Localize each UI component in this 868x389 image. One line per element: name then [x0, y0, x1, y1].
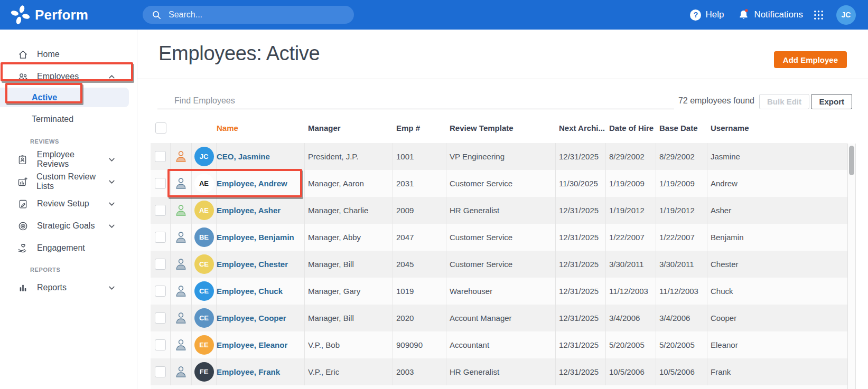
row-checkbox-cell	[151, 358, 171, 385]
sidebar-item-employees[interactable]: Employees	[0, 68, 137, 86]
column-header-username[interactable]: Username	[707, 124, 847, 132]
bulk-edit-button[interactable]: Bulk Edit	[759, 94, 809, 109]
username-cell: Cooper	[707, 305, 847, 331]
employee-name-link[interactable]: Employee, Eleanor	[217, 340, 287, 349]
review-template-cell: Warehouser	[446, 278, 556, 305]
date-of-hire-cell: 3/30/2011	[606, 251, 656, 278]
avatar-cell: CE	[192, 305, 217, 331]
next-archived-cell: 12/31/2025	[556, 251, 606, 278]
sidebar-item-label: Terminated	[32, 115, 73, 124]
person-icon	[174, 284, 188, 298]
review-template-cell: HR Generalist	[446, 358, 556, 385]
avatar: CE	[194, 254, 214, 274]
column-header-template[interactable]: Review Template	[446, 124, 556, 132]
emp-number-cell: 1001	[393, 143, 446, 170]
column-header-base-date[interactable]: Base Date	[656, 124, 707, 132]
row-checkbox[interactable]	[155, 232, 166, 243]
person-icon	[174, 365, 188, 379]
global-search-input[interactable]: Search...	[143, 6, 354, 24]
employee-name-link[interactable]: Employee, Cooper	[217, 314, 286, 322]
employee-name-link[interactable]: CEO, Jasmine	[217, 152, 270, 161]
table-row: AEEmployee, AndrewManager, Aaron2031Cust…	[151, 170, 847, 197]
sidebar-item-review-setup[interactable]: Review Setup	[0, 195, 137, 213]
row-checkbox[interactable]	[155, 312, 166, 324]
select-all-checkbox[interactable]	[155, 122, 166, 134]
column-header-emp[interactable]: Emp #	[393, 124, 446, 132]
perform-logo-icon	[11, 4, 30, 25]
row-checkbox-cell	[151, 224, 171, 251]
row-checkbox[interactable]	[155, 339, 166, 350]
sidebar-item-engagement[interactable]: Engagement	[0, 239, 137, 257]
sidebar-item-label: Strategic Goals	[37, 221, 95, 231]
sidebar-item-terminated[interactable]: Terminated	[0, 109, 137, 129]
manager-cell: Manager, Aaron	[305, 170, 393, 197]
row-checkbox[interactable]	[155, 178, 166, 189]
name-cell: Employee, Chuck	[217, 278, 305, 305]
employee-name-link[interactable]: Employee, Andrew	[217, 179, 287, 188]
person-icon	[174, 203, 188, 217]
next-archived-cell: 11/30/2025	[556, 170, 606, 197]
username-cell: Asher	[707, 197, 847, 224]
sidebar-item-home[interactable]: Home	[0, 45, 137, 63]
sidebar-item-reports[interactable]: Reports	[0, 279, 137, 297]
emp-number-cell: 2009	[393, 197, 446, 224]
employee-name-link[interactable]: Employee, Frank	[217, 367, 280, 376]
base-date-cell: 8/29/2002	[656, 143, 707, 170]
employee-name-link[interactable]: Employee, Chuck	[217, 287, 283, 296]
manager-cell: V.P., Eric	[305, 358, 393, 385]
employee-name-link[interactable]: Employee, Benjamin	[217, 233, 294, 242]
username-cell: Jasmine	[707, 143, 847, 170]
bell-icon	[738, 8, 750, 21]
brand: Perform	[11, 4, 135, 25]
date-of-hire-cell: 11/12/2003	[606, 278, 656, 305]
person-status-cell	[171, 331, 192, 358]
target-icon	[17, 221, 29, 232]
emp-number-cell: 2047	[393, 224, 446, 251]
scrollbar-thumb[interactable]	[849, 146, 854, 175]
row-checkbox[interactable]	[155, 366, 166, 377]
apps-grid-icon	[813, 9, 825, 21]
row-checkbox[interactable]	[155, 151, 166, 162]
sidebar-item-custom-review-lists[interactable]: Custom Review Lists	[0, 173, 137, 191]
column-header-next-archived[interactable]: Next Archi...	[556, 124, 606, 132]
table-scrollbar[interactable]	[847, 144, 856, 389]
column-header-date-of-hire[interactable]: Date of Hire	[606, 124, 656, 132]
badge-icon	[17, 154, 29, 165]
sidebar-item-employee-reviews[interactable]: Employee Reviews	[0, 150, 137, 168]
row-checkbox[interactable]	[155, 205, 166, 216]
apps-grid-button[interactable]	[813, 9, 825, 21]
employee-name-link[interactable]: Employee, Chester	[217, 260, 288, 269]
sidebar-item-strategic-goals[interactable]: Strategic Goals	[0, 217, 137, 235]
base-date-cell: 10/5/2006	[656, 358, 707, 385]
employee-name-link[interactable]: Employee, Asher	[217, 206, 281, 215]
row-checkbox[interactable]	[155, 259, 166, 270]
table-header-row: Name Manager Emp # Review Template Next …	[151, 113, 847, 143]
user-avatar[interactable]: JC	[836, 5, 856, 25]
topbar: Perform Search... ? Help Notifications	[0, 0, 868, 30]
search-icon	[152, 10, 162, 20]
help-button[interactable]: ? Help	[690, 10, 724, 21]
notifications-button[interactable]: Notifications	[738, 8, 803, 21]
name-cell: CEO, Jasmine	[217, 143, 305, 170]
chevron-down-icon	[108, 200, 116, 208]
review-template-cell: Accountant	[446, 331, 556, 358]
filter-row: Find Employees 72 employees found Bulk E…	[137, 79, 868, 113]
avatar: CE	[194, 281, 214, 301]
add-employee-button[interactable]: Add Employee	[774, 51, 847, 68]
next-archived-cell: 12/31/2025	[556, 278, 606, 305]
find-employees-input[interactable]: Find Employees	[157, 96, 674, 109]
sidebar-section-label: REVIEWS	[30, 137, 137, 146]
export-button[interactable]: Export	[811, 94, 852, 109]
column-header-name[interactable]: Name	[217, 124, 305, 132]
column-header-manager[interactable]: Manager	[305, 124, 393, 132]
person-status-cell	[171, 170, 192, 197]
avatar: CE	[194, 308, 214, 328]
results-count: 72 employees found	[678, 96, 754, 106]
page-title: Employees: Active	[158, 42, 320, 65]
row-checkbox[interactable]	[155, 286, 166, 297]
date-of-hire-cell: 3/4/2006	[606, 305, 656, 331]
manager-cell: Manager, Bill	[305, 251, 393, 278]
person-status-cell	[171, 197, 192, 224]
sidebar-item-active[interactable]: Active	[0, 88, 129, 107]
row-checkbox-cell	[151, 197, 171, 224]
